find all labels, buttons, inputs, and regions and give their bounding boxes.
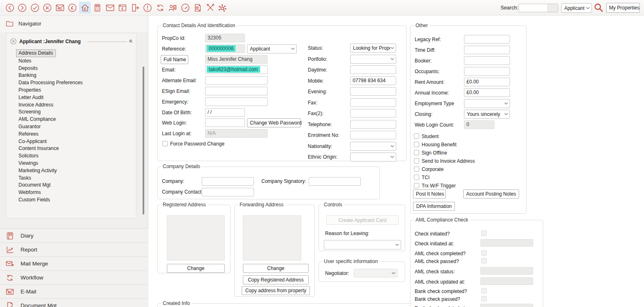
occupants-field[interactable] bbox=[464, 67, 510, 76]
close-icon[interactable] bbox=[10, 38, 17, 45]
daytime-field[interactable] bbox=[350, 65, 396, 74]
sidebar-section-document-mgt[interactable]: Document Mgt bbox=[0, 298, 148, 307]
annual-income-field[interactable]: £0.00 bbox=[464, 88, 510, 97]
sidebar-item-co-applicant[interactable]: Co-Applicant bbox=[18, 138, 47, 144]
sidebar-item-content-insurance[interactable]: Content Insurance bbox=[18, 145, 59, 151]
search-input[interactable] bbox=[519, 4, 558, 12]
evening-field[interactable] bbox=[350, 87, 396, 96]
corporate-checkbox[interactable] bbox=[414, 166, 419, 172]
mail-icon[interactable] bbox=[104, 2, 115, 13]
full-name-button[interactable]: Full Name bbox=[161, 55, 188, 64]
nav-back-icon[interactable] bbox=[4, 2, 15, 13]
booker-field[interactable] bbox=[464, 56, 510, 65]
nationality-select[interactable] bbox=[350, 142, 396, 151]
alert-icon[interactable] bbox=[142, 2, 153, 13]
company-contact-field[interactable] bbox=[202, 188, 254, 196]
sidebar-item-deposits[interactable]: Deposits bbox=[18, 65, 38, 71]
toolbar-grip[interactable] bbox=[1, 3, 2, 13]
gauge-icon[interactable] bbox=[180, 2, 191, 13]
sidebar-section-mail-merge[interactable]: Mail Merge bbox=[0, 256, 148, 270]
bug-icon[interactable] bbox=[217, 2, 229, 13]
forwarding-address-change-button[interactable]: Change bbox=[243, 264, 309, 273]
sidebar-item-tasks[interactable]: Tasks bbox=[18, 175, 31, 181]
collapse-icon[interactable] bbox=[128, 38, 133, 43]
sidebar-item-document-mgt[interactable]: Document Mgt bbox=[18, 182, 51, 188]
sidebar-item-notes[interactable]: Notes bbox=[18, 58, 31, 64]
sidebar-item-webforms[interactable]: Webforms bbox=[18, 189, 41, 195]
sidebar-item-guarantor[interactable]: Guarantor bbox=[18, 124, 41, 129]
web-login-side-button[interactable]: Change Web Password bbox=[247, 118, 301, 127]
sidebar-section-workflow[interactable]: Workflow bbox=[0, 270, 148, 284]
sidebar-item-referees[interactable]: Referees bbox=[18, 131, 39, 137]
sign-offline-checkbox[interactable] bbox=[414, 150, 419, 155]
sidebar-item-screening[interactable]: Screening bbox=[18, 109, 41, 115]
sidebar-scrollbar[interactable] bbox=[143, 67, 144, 215]
fax-field[interactable] bbox=[350, 98, 396, 107]
esign-email-field[interactable] bbox=[205, 87, 268, 95]
search-category-select[interactable]: Applicant bbox=[561, 3, 592, 13]
sidebar-section-diary[interactable]: Diary bbox=[0, 229, 148, 242]
closing-select[interactable]: Yours sincerely bbox=[464, 110, 510, 119]
alternate-email-field[interactable] bbox=[205, 76, 268, 85]
nav-forward-icon[interactable] bbox=[17, 2, 28, 13]
sidebar-item-address-details[interactable]: Address Details bbox=[16, 49, 56, 57]
registered-address-change-button[interactable]: Change bbox=[167, 264, 225, 273]
date-of-birth-field[interactable]: / / bbox=[205, 108, 245, 117]
company-signatory-field[interactable] bbox=[309, 177, 361, 186]
reason-for-leaving-select[interactable] bbox=[324, 240, 401, 249]
company-field[interactable] bbox=[202, 177, 254, 186]
sidebar-item-solicitors[interactable]: Solicitors bbox=[18, 153, 39, 159]
time-diff-field[interactable] bbox=[464, 46, 510, 54]
employment-type-select[interactable] bbox=[464, 99, 510, 108]
payment-window-icon[interactable]: £ bbox=[117, 2, 128, 13]
mobile-field[interactable]: 07798 834 634 bbox=[350, 76, 396, 85]
emergency-field[interactable] bbox=[205, 97, 268, 106]
document-stamp-icon[interactable] bbox=[192, 2, 203, 13]
sidebar-item-custom-fields[interactable]: Custom Fields bbox=[18, 197, 50, 203]
property-pound-icon[interactable]: £ bbox=[79, 2, 90, 13]
email-photo-icon[interactable] bbox=[54, 2, 65, 13]
send-to-invoice-address-checkbox[interactable] bbox=[414, 158, 419, 164]
pound-icon[interactable]: £ bbox=[67, 2, 78, 13]
dpa-information-button[interactable]: DPA Information bbox=[413, 202, 455, 211]
sidebar-item-data-processing-preferences[interactable]: Data Processing Preferences bbox=[18, 80, 83, 85]
telephone-field[interactable] bbox=[350, 120, 396, 129]
account-posting-notes-button[interactable]: Account Posting Notes bbox=[463, 189, 519, 199]
portfolio-select[interactable] bbox=[350, 55, 396, 64]
sidebar-item-banking[interactable]: Banking bbox=[18, 72, 36, 78]
fax-2-field[interactable] bbox=[350, 109, 396, 118]
copy-address-from-property-button[interactable]: Copy address from property bbox=[242, 286, 310, 295]
rent-amount-field[interactable]: £0.00 bbox=[464, 78, 510, 86]
cancel-icon[interactable] bbox=[42, 2, 53, 13]
exit-door-icon[interactable] bbox=[129, 2, 141, 13]
legacy-ref-field[interactable] bbox=[464, 35, 510, 44]
sidebar-item-letter-audit[interactable]: Letter Audit bbox=[18, 95, 44, 100]
trx-wf-trigger-checkbox[interactable] bbox=[414, 183, 419, 188]
copy-registered-address-button[interactable]: Copy Registered Address bbox=[243, 275, 309, 284]
calculator-icon[interactable] bbox=[92, 2, 103, 13]
sidebar-item-viewings[interactable]: Viewings bbox=[18, 160, 38, 166]
reference-type-select[interactable]: Applicant bbox=[247, 44, 297, 53]
sidebar-section-e-mail[interactable]: E-Mail bbox=[0, 284, 148, 298]
sidebar-item-properties[interactable]: Properties bbox=[18, 87, 41, 93]
accept-icon[interactable] bbox=[29, 2, 40, 13]
ethnic-origin-select[interactable] bbox=[350, 152, 396, 162]
status-select[interactable]: Looking for Proper bbox=[350, 44, 396, 53]
search-icon[interactable] bbox=[593, 2, 604, 13]
email-field[interactable]: tako623@hotmail.com bbox=[205, 65, 268, 74]
sidebar-item-marketing-activity[interactable]: Marketing Activity bbox=[18, 168, 57, 173]
housing-benefit-checkbox[interactable] bbox=[414, 142, 419, 147]
my-properties-button[interactable]: My Properties bbox=[606, 3, 640, 13]
sidebar-item-aml-compliance[interactable]: AML Compliance bbox=[18, 116, 56, 122]
force-password-change-checkbox[interactable] bbox=[162, 141, 168, 146]
tools-icon[interactable] bbox=[205, 2, 216, 13]
refresh-icon[interactable] bbox=[155, 2, 166, 13]
sidebar-section-report[interactable]: Report bbox=[0, 242, 148, 256]
student-checkbox[interactable] bbox=[414, 134, 419, 139]
tci-checkbox[interactable] bbox=[414, 175, 419, 180]
enrolment-no-field[interactable] bbox=[350, 131, 396, 139]
contact-card-icon[interactable] bbox=[167, 2, 178, 13]
sidebar-item-invoice-address[interactable]: Invoice Address bbox=[18, 102, 53, 108]
web-login-field[interactable] bbox=[205, 118, 245, 127]
post-it-notes-button[interactable]: Post It Notes bbox=[413, 189, 446, 199]
